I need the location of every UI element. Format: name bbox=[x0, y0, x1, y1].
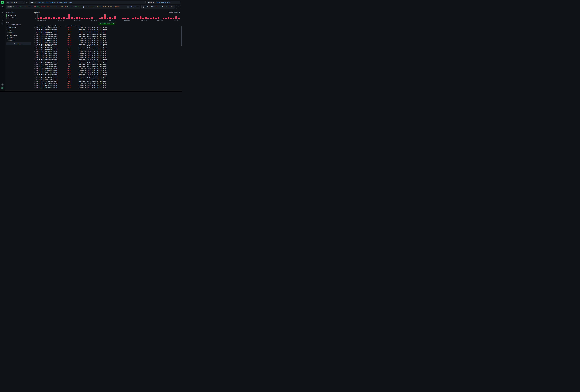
table-row[interactable]: ›Jun 11 1:55:07.827 PMpaymenterrorVisa c… bbox=[34, 45, 180, 47]
histogram-bar[interactable] bbox=[38, 18, 39, 19]
column-resize-handle[interactable]: ⋮ bbox=[179, 25, 180, 26]
row-expander-icon[interactable]: › bbox=[34, 85, 36, 86]
histogram-bar[interactable] bbox=[145, 17, 146, 19]
source-select[interactable]: Demo Logs bbox=[6, 1, 25, 4]
dashboard-grid-icon[interactable] bbox=[1, 22, 3, 25]
table-row[interactable]: ›Jun 11 1:51:57.712 PMpaymenterrorVisa c… bbox=[34, 81, 180, 83]
row-expander-icon[interactable]: › bbox=[34, 79, 36, 81]
table-row[interactable]: ›Jun 11 1:53:05.578 PMpaymenterrorVisa c… bbox=[34, 66, 180, 68]
row-expander-icon[interactable]: › bbox=[34, 75, 36, 77]
histogram-bar[interactable] bbox=[81, 18, 83, 19]
histogram-bar[interactable] bbox=[175, 16, 177, 19]
histogram-bar[interactable] bbox=[107, 18, 108, 19]
filter-option-info[interactable]: info bbox=[6, 29, 31, 31]
histogram-bar[interactable] bbox=[79, 17, 80, 19]
table-row[interactable]: ›Jun 11 1:53:24.274 PMpaymenterrorVisa c… bbox=[34, 62, 180, 64]
row-expander-icon[interactable]: › bbox=[34, 87, 36, 88]
histogram-bar[interactable] bbox=[40, 17, 42, 19]
histogram-bar[interactable] bbox=[109, 17, 111, 19]
table-row[interactable]: ›Jun 11 1:56:08.948 PMpaymenterrorVisa c… bbox=[34, 34, 180, 36]
histogram-bar[interactable] bbox=[178, 18, 180, 19]
histogram-bar[interactable] bbox=[173, 18, 174, 19]
histogram-bar[interactable] bbox=[147, 18, 149, 19]
histogram-bar[interactable] bbox=[122, 18, 124, 19]
mode-results-table[interactable]: Results Table bbox=[6, 14, 31, 16]
table-row[interactable]: ›Jun 11 1:53:00.676 PMpaymenterrorVisa c… bbox=[34, 68, 180, 69]
histogram-bar[interactable] bbox=[150, 18, 151, 19]
column-resize-handle[interactable]: ⋮ bbox=[65, 25, 66, 26]
order-by-input[interactable]: ORDER BY TimestampTime DESC bbox=[147, 1, 180, 4]
row-expander-icon[interactable]: › bbox=[34, 62, 36, 64]
row-expander-icon[interactable]: › bbox=[34, 73, 36, 75]
table-row[interactable]: ›Jun 11 1:52:51.824 PMpaymenterrorVisa c… bbox=[34, 69, 180, 71]
table-row[interactable]: ›Jun 11 1:53:26.250 PMpaymenterrorVisa c… bbox=[34, 60, 180, 62]
app-logo[interactable] bbox=[1, 1, 4, 4]
histogram-bar[interactable] bbox=[76, 17, 78, 19]
row-expander-icon[interactable]: › bbox=[34, 49, 36, 51]
histogram-bar[interactable] bbox=[104, 14, 106, 19]
histogram-bar[interactable] bbox=[58, 17, 60, 19]
load-more-severitytext[interactable]: Load more bbox=[6, 32, 31, 33]
histogram-bar[interactable] bbox=[165, 18, 167, 19]
table-row[interactable]: ›Jun 11 1:51:47.229 PMpaymenterrorVisa c… bbox=[34, 83, 180, 85]
row-expander-icon[interactable]: › bbox=[34, 55, 36, 56]
row-expander-icon[interactable]: › bbox=[34, 41, 36, 43]
table-scrollbar[interactable] bbox=[181, 26, 182, 46]
table-row[interactable]: ›Jun 11 1:54:40.218 PMpaymenterrorVisa c… bbox=[34, 51, 180, 53]
histogram-bar[interactable] bbox=[74, 18, 75, 19]
table-row[interactable]: ›Jun 11 1:53:10.922 PMpaymenterrorVisa c… bbox=[34, 64, 180, 66]
table-row[interactable]: ›Jun 11 1:54:43.948 PMpaymenterrorVisa c… bbox=[34, 49, 180, 51]
info-checkbox[interactable] bbox=[6, 29, 8, 31]
table-row[interactable]: ›Jun 11 1:55:59.760 PMpaymenterrorVisa c… bbox=[34, 38, 180, 39]
slash-shortcut-badge[interactable]: / bbox=[127, 6, 129, 8]
histogram-bar[interactable] bbox=[63, 17, 65, 19]
table-row[interactable]: ›Jun 11 1:54:52.241 PMpaymenterrorVisa c… bbox=[34, 47, 180, 49]
table-row[interactable]: ›Jun 11 1:52:30.469 PMpaymenterrorVisa c… bbox=[34, 73, 180, 75]
mode-event-patterns[interactable]: Event Patterns bbox=[6, 16, 31, 19]
histogram-bar[interactable] bbox=[53, 17, 55, 19]
row-expander-icon[interactable]: › bbox=[34, 34, 36, 35]
row-expander-icon[interactable]: › bbox=[34, 58, 36, 60]
histogram-bar[interactable] bbox=[170, 18, 172, 19]
row-expander-icon[interactable]: › bbox=[34, 89, 36, 89]
table-row[interactable]: ›Jun 11 1:56:38.534 PMpaymenterrorVisa c… bbox=[34, 30, 180, 32]
row-expander-icon[interactable]: › bbox=[34, 83, 36, 84]
table-row[interactable]: ›Jun 11 1:51:39.115 PMpaymenterrorVisa c… bbox=[34, 86, 180, 88]
row-expander-icon[interactable]: › bbox=[34, 32, 36, 34]
row-expander-icon[interactable]: › bbox=[34, 68, 36, 69]
table-row[interactable]: ›Jun 11 1:55:51.448 PMpaymenterrorVisa c… bbox=[34, 39, 180, 41]
denoise-checkbox[interactable] bbox=[6, 24, 8, 25]
table-row[interactable]: ›Jun 11 1:54:06.953 PMpaymenterrorVisa c… bbox=[34, 56, 180, 58]
chart-icon[interactable] bbox=[1, 15, 3, 17]
histogram-bar[interactable] bbox=[68, 14, 70, 19]
histogram-bar[interactable] bbox=[127, 18, 129, 19]
column-resize-handle[interactable]: ⋮ bbox=[76, 25, 78, 26]
histogram-bar[interactable] bbox=[91, 17, 93, 19]
row-expander-icon[interactable]: › bbox=[34, 30, 36, 32]
histogram-bar[interactable] bbox=[48, 17, 50, 19]
row-expander-icon[interactable]: › bbox=[34, 64, 36, 66]
histogram-bar[interactable] bbox=[125, 18, 126, 19]
row-expander-icon[interactable]: › bbox=[34, 51, 36, 52]
laptop-icon[interactable] bbox=[1, 19, 3, 21]
table-row[interactable]: ›Jun 11 1:54:26.230 PMpaymenterrorVisa c… bbox=[34, 53, 180, 54]
filter-group-severitytext[interactable]: SeverityText bbox=[6, 26, 31, 28]
table-row[interactable]: ›Jun 11 1:53:41.873 PMpaymenterrorVisa c… bbox=[34, 58, 180, 60]
load-more-servicename[interactable]: Load more bbox=[6, 40, 31, 41]
histogram-bar[interactable] bbox=[168, 17, 169, 19]
table-row[interactable]: ›Jun 11 1:54:09.906 PMpaymenterrorVisa c… bbox=[34, 54, 180, 56]
histogram-bar[interactable] bbox=[155, 18, 157, 19]
row-expander-icon[interactable]: › bbox=[34, 57, 36, 58]
histogram-bar[interactable] bbox=[89, 18, 90, 19]
list-icon[interactable] bbox=[1, 11, 3, 13]
histogram-bar[interactable] bbox=[114, 16, 116, 19]
histogram-bar[interactable] bbox=[61, 18, 62, 19]
histogram-bar[interactable] bbox=[99, 18, 101, 19]
lucene-toggle[interactable]: Lucene bbox=[135, 6, 139, 8]
table-row[interactable]: ›Jun 11 1:52:19.473 PMpaymenterrorVisa c… bbox=[34, 77, 180, 79]
histogram-bar[interactable] bbox=[158, 17, 159, 19]
row-expander-icon[interactable]: › bbox=[34, 40, 36, 41]
histogram-bar[interactable] bbox=[71, 17, 73, 19]
histogram-bar[interactable] bbox=[132, 18, 134, 19]
histogram-bar[interactable] bbox=[66, 18, 68, 19]
